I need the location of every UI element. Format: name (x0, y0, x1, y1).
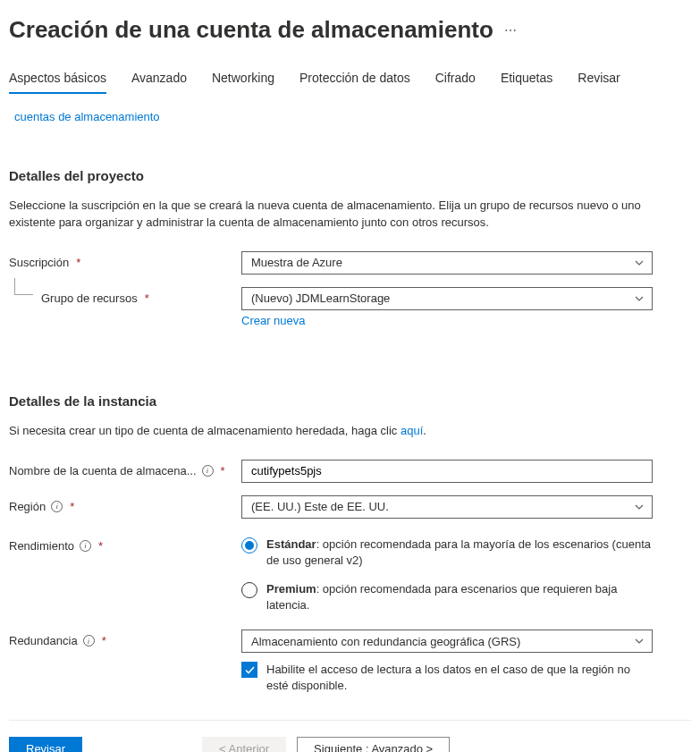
info-icon[interactable]: i (51, 501, 63, 512)
tab-advanced[interactable]: Avanzado (131, 65, 187, 94)
label-region: Región i * (9, 495, 241, 513)
dropdown-region-value: (EE. UU.) Este de EE. UU. (251, 500, 389, 513)
previous-button: < Anterior (202, 737, 286, 752)
radio-performance-standard[interactable] (241, 537, 257, 553)
checkbox-read-access[interactable] (241, 662, 257, 678)
tab-data-protection[interactable]: Protección de datos (299, 65, 410, 94)
input-storage-name[interactable] (241, 460, 653, 483)
review-button[interactable]: Revisar (9, 737, 82, 752)
radio-performance-premium[interactable] (241, 582, 257, 598)
breadcrumb: cuentas de almacenamiento (14, 110, 691, 123)
dropdown-subscription[interactable]: Muestra de Azure (241, 251, 653, 275)
more-icon[interactable]: ⋯ (504, 23, 517, 38)
chevron-down-icon (634, 636, 645, 646)
chevron-down-icon (634, 293, 645, 304)
link-create-new-rg[interactable]: Crear nueva (241, 314, 306, 327)
radio-performance-standard-label: Estándar: opción recomendada para la may… (266, 537, 653, 569)
label-resource-group: Grupo de recursos* (9, 287, 241, 305)
label-storage-name: Nombre de la cuenta de almacena... i * (9, 460, 241, 477)
dropdown-resource-group-value: (Nuevo) JDMLearnStorage (251, 292, 390, 305)
page-title: Creación de una cuenta de almacenamiento (9, 16, 493, 44)
tab-networking[interactable]: Networking (212, 65, 274, 94)
dropdown-redundancy[interactable]: Almacenamiento con redundancia geográfic… (241, 629, 653, 653)
radio-performance-premium-label: Premium: opción recomendada para escenar… (266, 581, 653, 613)
info-icon[interactable]: i (83, 635, 95, 646)
link-legacy-here[interactable]: aquí (401, 424, 423, 437)
footer: Revisar < Anterior Siguiente : Avanzado … (9, 737, 691, 752)
label-subscription: Suscripción* (9, 251, 241, 269)
chevron-down-icon (634, 258, 645, 268)
tab-encryption[interactable]: Cifrado (435, 65, 476, 94)
tab-basics[interactable]: Aspectos básicos (9, 65, 106, 94)
section-title-instance: Detalles de la instancia (9, 393, 691, 409)
section-desc-instance: Si necesita crear un tipo de cuenta de a… (9, 423, 670, 440)
info-icon[interactable]: i (202, 465, 214, 477)
checkbox-read-access-label: Habilite el acceso de lectura a los dato… (266, 662, 653, 694)
label-performance: Rendimiento i * (9, 535, 241, 553)
tab-review[interactable]: Revisar (578, 65, 620, 94)
footer-separator (9, 720, 691, 721)
section-title-project: Detalles del proyecto (9, 168, 691, 183)
check-icon (244, 664, 256, 676)
dropdown-region[interactable]: (EE. UU.) Este de EE. UU. (241, 495, 653, 519)
info-icon[interactable]: i (80, 540, 91, 552)
section-desc-project: Seleccione la suscripción en la que se c… (9, 198, 670, 232)
breadcrumb-link[interactable]: cuentas de almacenamiento (14, 110, 160, 123)
tab-tags[interactable]: Etiquetas (501, 65, 552, 94)
label-redundancy: Redundancia i * (9, 629, 241, 647)
next-button[interactable]: Siguiente : Avanzado > (297, 737, 450, 752)
dropdown-resource-group[interactable]: (Nuevo) JDMLearnStorage (241, 287, 653, 310)
dropdown-redundancy-value: Almacenamiento con redundancia geográfic… (251, 635, 520, 648)
dropdown-subscription-value: Muestra de Azure (251, 256, 342, 269)
tabs: Aspectos básicos Avanzado Networking Pro… (9, 65, 691, 94)
chevron-down-icon (634, 502, 645, 512)
